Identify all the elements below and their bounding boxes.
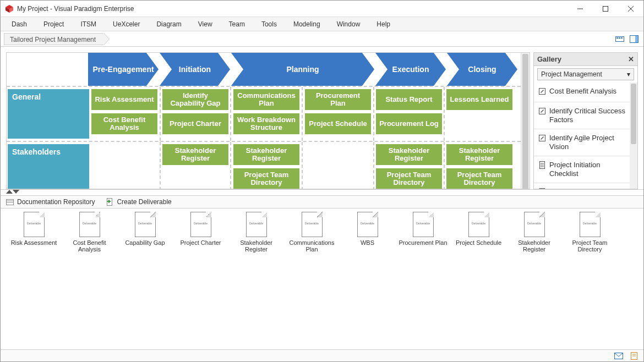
menu-itsm[interactable]: ITSM [73,19,104,30]
gallery-item[interactable]: Cost Benefit Analysis [534,83,630,102]
process-canvas[interactable]: Pre-EngagementInitiationPlanningExecutio… [7,53,521,189]
window-close-button[interactable] [618,1,643,17]
titlebar: My Project - Visual Paradigm Enterprise [1,1,643,17]
cell [89,142,160,189]
phase-label: Initiation [176,65,214,74]
edit-icon [538,87,546,97]
gallery-item[interactable]: Identify Agile Project Vision [534,129,630,156]
deliverable-label: Stakeholder Register [228,239,284,253]
svg-rect-9 [619,37,620,39]
deliverable-thumbnail-icon: Deliverable [468,212,489,237]
gallery-item-label: Identify Critical Success Factors [549,107,625,124]
cell: Stakeholder Register [160,142,230,189]
menu-uexceler[interactable]: UeXceler [105,19,148,30]
gallery-item[interactable]: Project Planning Checklist [534,183,630,189]
card-cost-benefit-analysis[interactable]: Cost Benefit Analysis [91,113,157,134]
card-procurement-log[interactable]: Procurement Log [376,113,442,134]
card-communications-plan[interactable]: Communications Plan [233,89,299,110]
cell: Stakeholder RegisterProject Team Directo… [444,142,514,189]
svg-rect-12 [635,36,638,42]
card-project-team-directory[interactable]: Project Team Directory [446,168,512,189]
panel-collapse-handle[interactable] [1,190,643,195]
phase-pre-engagement[interactable]: Pre-Engagement [88,53,159,86]
gallery-item[interactable]: Identify Critical Success Factors [534,102,630,129]
card-project-team-directory[interactable]: Project Team Directory [233,168,299,189]
card-stakeholder-register[interactable]: Stakeholder Register [162,144,228,165]
gallery-item-label: Cost Benefit Analysis [549,87,616,96]
menu-diagram[interactable]: Diagram [149,19,189,30]
deliverable-label: Project Charter [181,239,221,246]
card-project-charter[interactable]: Project Charter [162,113,228,134]
breadcrumb-item[interactable]: Tailored Project Management [4,33,103,45]
note-icon[interactable] [629,351,639,361]
deliverable-item[interactable]: DeliverableProcurement Plan [395,212,451,246]
canvas-wrap: Pre-EngagementInitiationPlanningExecutio… [6,52,530,189]
deliverable-item[interactable]: DeliverableProject Schedule [451,212,506,246]
menu-view[interactable]: View [190,19,220,30]
deliverable-item[interactable]: DeliverableWBS [340,212,395,246]
documentation-repository-button[interactable]: Documentation Repository [6,198,95,206]
menu-team[interactable]: Team [221,19,253,30]
deliverable-item[interactable]: DeliverableStakeholder Register [228,212,284,253]
phase-label: Execution [389,65,433,74]
deliverable-item[interactable]: DeliverableRisk Assessment [6,212,62,246]
deliverable-item[interactable]: DeliverableCapability Gap [117,212,173,246]
card-identify-capability-gap[interactable]: Identify Capability Gap [162,89,228,110]
deliverable-label: WBS [361,239,374,246]
deliverable-item[interactable]: DeliverableProject Charter [173,212,228,246]
phase-label: Pre-Engagement [89,65,157,74]
phase-execution[interactable]: Execution [375,53,446,86]
gallery-category-label: Project Management [541,70,602,78]
deliverable-thumbnail-icon: Deliverable [79,212,100,237]
card-procurement-plan[interactable]: Procurement Plan [305,89,371,110]
phase-planning[interactable]: Planning [231,53,374,86]
cell: Stakeholder RegisterProject Team Directo… [373,142,444,189]
row-label-general[interactable]: General [8,89,89,139]
gallery-item-label: Project Initiation Checklist [549,161,625,178]
card-project-team-directory[interactable]: Project Team Directory [376,168,442,189]
svg-rect-4 [603,6,608,11]
documentation-repository-label: Documentation Repository [17,198,95,206]
edit-icon [538,107,546,117]
card-lessons-learned[interactable]: Lessons Learned [446,89,512,110]
card-stakeholder-register[interactable]: Stakeholder Register [233,144,299,165]
menu-help[interactable]: Help [369,19,398,30]
card-risk-assessment[interactable]: Risk Assessment [91,89,157,110]
phase-initiation[interactable]: Initiation [160,53,230,86]
card-status-report[interactable]: Status Report [376,89,442,110]
menu-dash[interactable]: Dash [4,19,35,30]
menu-modeling[interactable]: Modeling [286,19,328,30]
card-project-schedule[interactable]: Project Schedule [305,113,371,134]
row-label-stakeholders[interactable]: Stakeholders [8,144,89,189]
create-deliverable-button[interactable]: Create Deliverable [106,198,171,206]
gallery-category-select[interactable]: Project Management ▾ [537,68,634,80]
window-title: My Project - Visual Paradigm Enterprise [17,5,567,13]
phase-closing[interactable]: Closing [447,53,517,86]
mail-icon[interactable] [614,351,624,361]
canvas-scrollbar[interactable] [521,53,530,189]
window-maximize-button[interactable] [593,1,618,17]
menu-window[interactable]: Window [329,19,368,30]
deliverable-item[interactable]: DeliverableCommunications Plan [284,212,340,253]
menu-project[interactable]: Project [36,19,72,30]
deliverable-item[interactable]: DeliverableStakeholder Register [506,212,562,253]
deliverable-label: Procurement Plan [399,239,447,246]
card-work-breakdown-structure[interactable]: Work Breakdown Structure [233,113,299,134]
window-minimize-button[interactable] [567,1,593,17]
deliverable-thumbnail-icon: Deliverable [580,212,601,237]
menu-tools[interactable]: Tools [254,19,285,30]
gallery-item[interactable]: Project Initiation Checklist [534,156,630,183]
gallery-scrollbar[interactable] [630,83,637,189]
phase-label: Planning [283,65,322,74]
card-stakeholder-register[interactable]: Stakeholder Register [446,144,512,165]
new-document-icon [106,198,113,206]
card-stakeholder-register[interactable]: Stakeholder Register [376,144,442,165]
switch-view-icon[interactable] [614,33,626,45]
gallery-close-icon[interactable]: ✕ [628,55,634,63]
deliverable-item[interactable]: DeliverableProject Team Directory [562,212,618,253]
panel-toggle-icon[interactable] [628,33,640,45]
deliverable-item[interactable]: DeliverableCost Benefit Analysis [62,212,117,253]
gallery-list: Cost Benefit AnalysisIdentify Critical S… [534,83,630,189]
cell: Stakeholder RegisterProject Team Directo… [230,142,302,189]
edit-icon [538,134,546,144]
